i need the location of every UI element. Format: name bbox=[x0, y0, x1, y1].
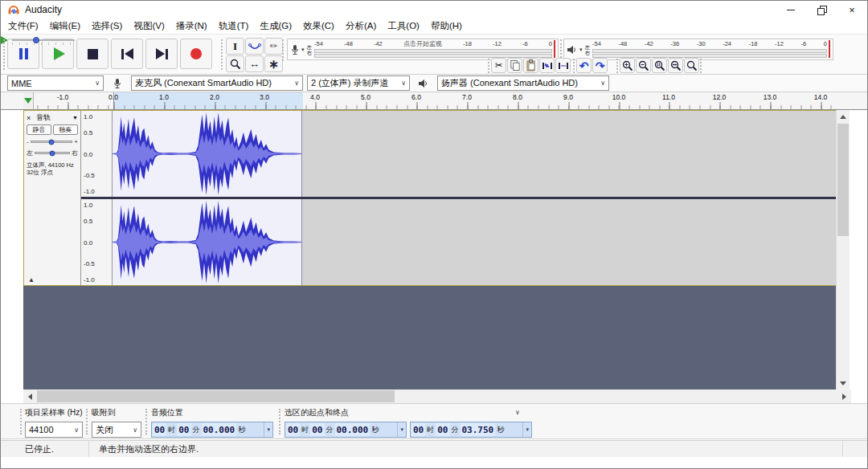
audio-clip[interactable] bbox=[113, 111, 302, 197]
vertical-scrollbar[interactable] bbox=[836, 110, 850, 389]
audio-clip[interactable] bbox=[113, 199, 302, 285]
recording-meter[interactable]: ▾ 左 右 -54 -48 -42 点击开始监视 -18 -12 -6 0 bbox=[287, 39, 559, 60]
audio-track[interactable]: × 音轨 ▼ 静音 独奏 - + 左 bbox=[23, 110, 837, 286]
selection-start-minutes[interactable]: 00 bbox=[310, 423, 324, 436]
toolbar-grip[interactable] bbox=[282, 39, 285, 61]
selection-start-display[interactable]: 00 时 00 分 00.000 秒 ▾ bbox=[285, 422, 407, 438]
selection-start-hours[interactable]: 00 bbox=[286, 423, 300, 436]
playback-meter-body[interactable]: -54 -48 -42 -36 -30 -24 -18 -12 -6 0 bbox=[592, 39, 830, 59]
track-name[interactable]: 音轨 bbox=[36, 112, 71, 123]
toolbar-grip[interactable] bbox=[488, 59, 490, 73]
zoom-toggle-button[interactable] bbox=[684, 58, 699, 73]
pinned-playhead-button[interactable] bbox=[23, 92, 34, 109]
stop-button[interactable] bbox=[76, 39, 108, 69]
menu-tracks[interactable]: 轨道(T) bbox=[213, 18, 255, 34]
zoom-out-button[interactable] bbox=[636, 58, 651, 73]
trim-outside-selection-button[interactable] bbox=[539, 58, 555, 73]
track-collapse-button[interactable]: ▲ bbox=[28, 276, 35, 283]
pan-slider[interactable]: 左 右 bbox=[27, 149, 78, 157]
audio-host-select[interactable]: MME ∨ bbox=[7, 75, 104, 91]
meter-dropdown-icon[interactable]: ▾ bbox=[301, 47, 305, 53]
track-close-button[interactable]: × bbox=[27, 114, 35, 122]
toolbar-grip[interactable] bbox=[145, 409, 148, 434]
track-canvas[interactable]: × 音轨 ▼ 静音 独奏 - + 左 bbox=[23, 110, 837, 389]
redo-button[interactable]: ↷ bbox=[592, 58, 608, 73]
menu-select[interactable]: 选择(S) bbox=[86, 18, 128, 34]
undo-button[interactable]: ↶ bbox=[576, 58, 592, 73]
menu-analyze[interactable]: 分析(A) bbox=[340, 18, 382, 34]
scroll-up-button[interactable] bbox=[837, 110, 850, 123]
toolbar-grip[interactable] bbox=[700, 59, 702, 73]
paste-button[interactable] bbox=[523, 58, 538, 73]
vertical-scale-ruler[interactable]: 1.0 0.5 0.0 -0.5 -1.0 bbox=[81, 111, 113, 197]
record-button[interactable] bbox=[180, 39, 212, 69]
time-format-dropdown-icon[interactable]: ▾ bbox=[397, 422, 406, 437]
selection-tool-button[interactable]: I bbox=[226, 38, 244, 55]
project-rate-select[interactable]: 44100 ∨ bbox=[25, 422, 83, 438]
toolbar-grip[interactable] bbox=[20, 409, 23, 434]
recording-channels-select[interactable]: 2 (立体声) 录制声道 ∨ bbox=[307, 75, 410, 91]
position-hours[interactable]: 00 bbox=[153, 423, 166, 436]
selection-end-minutes[interactable]: 00 bbox=[436, 423, 449, 436]
scroll-down-button[interactable] bbox=[837, 377, 850, 389]
selection-end-display[interactable]: 00 时 00 分 03.750 秒 ▾ bbox=[410, 422, 532, 438]
menu-tools[interactable]: 工具(O) bbox=[382, 18, 425, 34]
menu-file[interactable]: 文件(F) bbox=[2, 18, 44, 34]
solo-button[interactable]: 独奏 bbox=[53, 124, 78, 135]
menu-help[interactable]: 帮助(H) bbox=[425, 18, 468, 34]
toolbar-grip[interactable] bbox=[3, 39, 6, 70]
timeline-strip[interactable]: -1.0 0.0 1.0 2.0 3.0 4.0 5.0 6.0 7.0 8.0… bbox=[34, 92, 837, 109]
timeshift-tool-button[interactable]: ↔ bbox=[245, 55, 264, 72]
track-menu-icon[interactable]: ▼ bbox=[72, 115, 78, 120]
channel-left[interactable]: 1.0 0.5 0.0 -0.5 -1.0 bbox=[81, 111, 837, 197]
silence-selection-button[interactable] bbox=[555, 58, 571, 73]
zoom-in-button[interactable] bbox=[620, 58, 635, 73]
vertical-scrollbar-thumb[interactable] bbox=[837, 124, 849, 236]
selection-options-dropdown-icon[interactable]: ∨ bbox=[515, 409, 520, 416]
draw-tool-button[interactable]: ✏ bbox=[264, 38, 283, 55]
minimize-button[interactable] bbox=[776, 1, 806, 18]
recording-meter-body[interactable]: -54 -48 -42 点击开始监视 -18 -12 -6 0 bbox=[314, 39, 555, 59]
position-minutes[interactable]: 00 bbox=[177, 423, 190, 436]
menu-effect[interactable]: 效果(C) bbox=[297, 18, 340, 34]
snap-to-select[interactable]: 关闭 ∨ bbox=[92, 422, 141, 438]
playback-device-icon-button[interactable] bbox=[414, 75, 433, 91]
copy-button[interactable] bbox=[507, 58, 522, 73]
skip-to-start-button[interactable] bbox=[111, 39, 143, 69]
zoom-tool-button[interactable] bbox=[226, 55, 244, 72]
time-format-dropdown-icon[interactable]: ▾ bbox=[522, 422, 531, 437]
time-format-dropdown-icon[interactable]: ▾ bbox=[264, 422, 272, 437]
menu-edit[interactable]: 编辑(E) bbox=[44, 18, 86, 34]
menu-transport[interactable]: 播录(N) bbox=[170, 18, 213, 34]
recording-device-select[interactable]: 麦克风 (Conexant SmartAudio HD) ∨ bbox=[131, 75, 303, 91]
position-seconds[interactable]: 00.000 bbox=[202, 423, 237, 436]
menu-generate[interactable]: 生成(G) bbox=[254, 18, 297, 34]
selection-start-seconds[interactable]: 00.000 bbox=[335, 423, 371, 436]
play-speed-slider[interactable] bbox=[12, 35, 75, 46]
scroll-right-button[interactable] bbox=[837, 389, 851, 403]
cut-button[interactable]: ✂ bbox=[491, 58, 506, 73]
selection-end-seconds[interactable]: 03.750 bbox=[461, 423, 496, 436]
gain-slider[interactable]: - + bbox=[27, 138, 78, 145]
audio-position-display[interactable]: 00 时 00 分 00.000 秒 ▾ bbox=[151, 422, 273, 438]
mute-button[interactable]: 静音 bbox=[27, 124, 51, 135]
toolbar-grip[interactable] bbox=[573, 59, 575, 73]
skip-to-end-button[interactable] bbox=[145, 39, 178, 69]
horizontal-scrollbar[interactable] bbox=[23, 389, 851, 403]
multi-tool-button[interactable]: ∗ bbox=[264, 55, 283, 72]
selection-end-hours[interactable]: 00 bbox=[411, 423, 425, 436]
restore-button[interactable] bbox=[806, 1, 837, 18]
timeline-ruler[interactable]: -1.0 0.0 1.0 2.0 3.0 4.0 5.0 6.0 7.0 8.0… bbox=[1, 92, 867, 110]
fit-selection-button[interactable] bbox=[652, 58, 667, 73]
close-button[interactable]: × bbox=[837, 1, 867, 18]
channel-right[interactable]: 1.0 0.5 0.0 -0.5 -1.0 bbox=[81, 199, 837, 285]
track-control-panel[interactable]: × 音轨 ▼ 静音 独奏 - + 左 bbox=[24, 111, 81, 285]
playback-device-select[interactable]: 扬声器 (Conexant SmartAudio HD) ∨ bbox=[437, 75, 609, 91]
toolbar-grip[interactable] bbox=[616, 59, 619, 73]
waveform-area[interactable] bbox=[113, 111, 837, 197]
waveform-area[interactable] bbox=[113, 199, 837, 285]
recording-device-icon-button[interactable] bbox=[108, 75, 127, 91]
scroll-left-button[interactable] bbox=[23, 389, 37, 403]
envelope-tool-button[interactable] bbox=[245, 38, 264, 55]
gain-slider-thumb[interactable] bbox=[49, 139, 55, 145]
